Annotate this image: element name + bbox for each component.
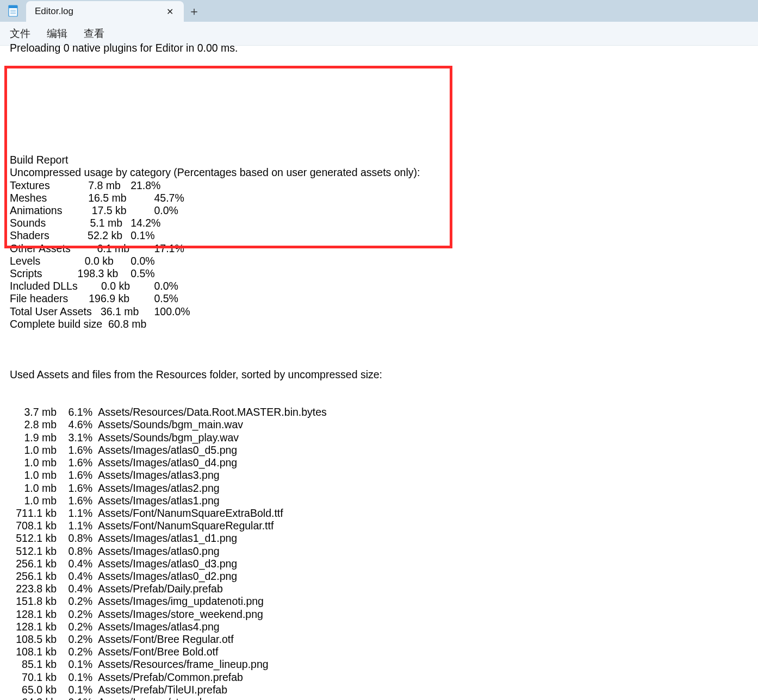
text-content[interactable]: Preloading 0 native plugins for Editor i… xyxy=(0,46,758,700)
used-assets-header: Used Assets and files from the Resources… xyxy=(0,368,758,381)
asset-path: Assets/Resources/frame_lineup.png xyxy=(96,658,269,671)
asset-pct: 0.2% xyxy=(57,646,96,658)
asset-path: Assets/Sounds/bgm_play.wav xyxy=(96,432,239,444)
asset-size: 108.5 kb xyxy=(10,633,57,646)
asset-pct: 0.1% xyxy=(57,658,96,671)
asset-path: Assets/Images/star_clear_n.png xyxy=(96,696,250,700)
asset-row: 1.0 mb1.6% Assets/Images/atlas1.png xyxy=(0,495,758,507)
asset-row: 223.8 kb0.4% Assets/Prefab/Daily.prefab xyxy=(0,583,758,595)
tab-editor-log[interactable]: Editor.log ✕ xyxy=(26,1,184,22)
close-icon[interactable]: ✕ xyxy=(163,5,176,18)
menu-view[interactable]: 查看 xyxy=(84,27,104,41)
asset-path: Assets/Sounds/bgm_main.wav xyxy=(96,418,243,431)
asset-pct: 1.6% xyxy=(57,495,96,507)
titlebar: Editor.log ✕ ＋ xyxy=(0,0,758,22)
asset-row: 1.0 mb1.6% Assets/Images/atlas0_d4.png xyxy=(0,457,758,469)
asset-size: 108.1 kb xyxy=(10,646,57,658)
asset-pct: 0.8% xyxy=(57,545,96,558)
asset-pct: 1.6% xyxy=(57,482,96,495)
menu-edit[interactable]: 编辑 xyxy=(47,27,67,41)
asset-path: Assets/Images/atlas1_d1.png xyxy=(96,532,237,545)
asset-path: Assets/Prefab/Daily.prefab xyxy=(96,583,223,595)
asset-pct: 0.2% xyxy=(57,621,96,633)
asset-pct: 0.1% xyxy=(57,684,96,696)
asset-row: 108.1 kb0.2% Assets/Font/Bree Bold.otf xyxy=(0,646,758,658)
asset-pct: 1.1% xyxy=(57,507,96,520)
asset-row: 711.1 kb1.1% Assets/Font/NanumSquareExtr… xyxy=(0,507,758,520)
asset-row: 1.0 mb1.6% Assets/Images/atlas0_d5.png xyxy=(0,444,758,457)
asset-size: 1.9 mb xyxy=(10,432,57,444)
tab-title: Editor.log xyxy=(35,6,163,17)
asset-size: 64.3 kb xyxy=(10,696,57,700)
asset-size: 2.8 mb xyxy=(10,418,57,431)
asset-size: 512.1 kb xyxy=(10,545,57,558)
asset-size: 128.1 kb xyxy=(10,608,57,621)
asset-path: Assets/Resources/Data.Root.MASTER.bin.by… xyxy=(96,406,327,418)
asset-pct: 0.2% xyxy=(57,633,96,646)
asset-path: Assets/Images/atlas3.png xyxy=(96,469,220,482)
asset-size: 3.7 mb xyxy=(10,406,57,418)
asset-size: 711.1 kb xyxy=(10,507,57,520)
asset-row: 70.1 kb0.1% Assets/Prefab/Common.prefab xyxy=(0,671,758,684)
asset-path: Assets/Images/atlas0.png xyxy=(96,545,220,558)
asset-pct: 1.6% xyxy=(57,457,96,469)
asset-size: 1.0 mb xyxy=(10,444,57,457)
asset-row: 708.1 kb1.1% Assets/Font/NanumSquareRegu… xyxy=(0,520,758,532)
asset-size: 1.0 mb xyxy=(10,495,57,507)
asset-path: Assets/Images/atlas0_d3.png xyxy=(96,558,237,570)
asset-path: Assets/Images/atlas0_d5.png xyxy=(96,444,237,457)
asset-row: 1.9 mb3.1% Assets/Sounds/bgm_play.wav xyxy=(0,432,758,444)
asset-size: 512.1 kb xyxy=(10,532,57,545)
new-tab-button[interactable]: ＋ xyxy=(184,1,204,22)
asset-size: 1.0 mb xyxy=(10,482,57,495)
assets-list: 3.7 mb6.1% Assets/Resources/Data.Root.MA… xyxy=(0,406,758,700)
asset-size: 1.0 mb xyxy=(10,469,57,482)
asset-row: 128.1 kb0.2% Assets/Images/atlas4.png xyxy=(0,621,758,633)
asset-path: Assets/Prefab/Common.prefab xyxy=(96,671,243,684)
asset-row: 128.1 kb0.2% Assets/Images/store_weekend… xyxy=(0,608,758,621)
asset-row: 256.1 kb0.4% Assets/Images/atlas0_d2.png xyxy=(0,570,758,583)
asset-path: Assets/Images/atlas1.png xyxy=(96,495,220,507)
asset-pct: 3.1% xyxy=(57,432,96,444)
asset-path: Assets/Images/atlas0_d4.png xyxy=(96,457,237,469)
asset-row: 108.5 kb0.2% Assets/Font/Bree Regular.ot… xyxy=(0,633,758,646)
asset-path: Assets/Images/img_updatenoti.png xyxy=(96,595,264,608)
asset-row: 1.0 mb1.6% Assets/Images/atlas3.png xyxy=(0,469,758,482)
asset-row: 512.1 kb0.8% Assets/Images/atlas1_d1.png xyxy=(0,532,758,545)
asset-pct: 0.1% xyxy=(57,671,96,684)
asset-pct: 0.8% xyxy=(57,532,96,545)
notepad-app-icon xyxy=(0,0,26,22)
asset-size: 256.1 kb xyxy=(10,570,57,583)
asset-size: 70.1 kb xyxy=(10,671,57,684)
asset-path: Assets/Images/atlas0_d2.png xyxy=(96,570,237,583)
asset-row: 151.8 kb0.2% Assets/Images/img_updatenot… xyxy=(0,595,758,608)
asset-pct: 6.1% xyxy=(57,406,96,418)
asset-pct: 0.4% xyxy=(57,583,96,595)
asset-path: Assets/Font/NanumSquareRegular.ttf xyxy=(96,520,274,532)
asset-path: Assets/Images/atlas4.png xyxy=(96,621,220,633)
asset-row: 256.1 kb0.4% Assets/Images/atlas0_d3.png xyxy=(0,558,758,570)
build-report-block: Build Report Uncompressed usage by categ… xyxy=(0,121,758,330)
asset-path: Assets/Images/atlas2.png xyxy=(96,482,220,495)
asset-pct: 1.6% xyxy=(57,444,96,457)
asset-path: Assets/Font/Bree Bold.otf xyxy=(96,646,218,658)
asset-pct: 0.4% xyxy=(57,558,96,570)
asset-row: 64.3 kb0.1% Assets/Images/star_clear_n.p… xyxy=(0,696,758,700)
asset-size: 256.1 kb xyxy=(10,558,57,570)
asset-path: Assets/Font/NanumSquareExtraBold.ttf xyxy=(96,507,283,520)
asset-size: 708.1 kb xyxy=(10,520,57,532)
asset-pct: 1.1% xyxy=(57,520,96,532)
asset-row: 85.1 kb0.1% Assets/Resources/frame_lineu… xyxy=(0,658,758,671)
asset-size: 1.0 mb xyxy=(10,457,57,469)
asset-size: 151.8 kb xyxy=(10,595,57,608)
asset-pct: 0.1% xyxy=(57,696,96,700)
asset-path: Assets/Font/Bree Regular.otf xyxy=(96,633,234,646)
asset-pct: 0.4% xyxy=(57,570,96,583)
asset-row: 1.0 mb1.6% Assets/Images/atlas2.png xyxy=(0,482,758,495)
asset-size: 223.8 kb xyxy=(10,583,57,595)
log-line-preloading: Preloading 0 native plugins for Editor i… xyxy=(10,42,238,54)
menu-file[interactable]: 文件 xyxy=(10,27,30,41)
asset-size: 85.1 kb xyxy=(10,658,57,671)
asset-row: 65.0 kb0.1% Assets/Prefab/TileUI.prefab xyxy=(0,684,758,696)
asset-pct: 0.2% xyxy=(57,595,96,608)
